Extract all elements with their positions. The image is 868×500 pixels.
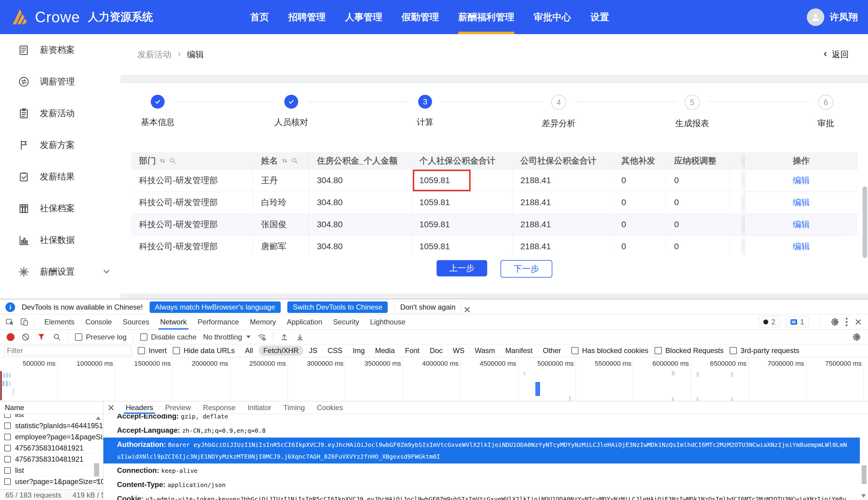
scroll-down-arrow[interactable] bbox=[96, 479, 101, 482]
detail-scrollbar-thumb[interactable] bbox=[862, 465, 867, 484]
switch-chinese-button[interactable]: Switch DevTools to Chinese bbox=[287, 302, 388, 313]
tab-console[interactable]: Console bbox=[80, 315, 117, 330]
sidebar-item-salary-archive[interactable]: 薪资档案 bbox=[0, 34, 121, 66]
nav-item-recruit[interactable]: 招聘管理 bbox=[288, 0, 326, 34]
filter-funnel-icon[interactable] bbox=[37, 332, 46, 342]
record-icon[interactable] bbox=[7, 333, 14, 341]
tab-performance[interactable]: Performance bbox=[192, 315, 244, 330]
request-row[interactable]: list bbox=[0, 465, 103, 476]
hide-data-urls-checkbox[interactable]: Hide data URLs bbox=[173, 346, 235, 355]
tab-cookies[interactable]: Cookies bbox=[311, 401, 349, 414]
header-row[interactable]: Accept-Language: zh-CN,zh;q=0.9,en;q=0.8 bbox=[103, 423, 860, 438]
tab-preview[interactable]: Preview bbox=[159, 401, 197, 414]
chip-all[interactable]: All bbox=[241, 345, 257, 356]
sidebar-item-payroll-plan[interactable]: 发薪方案 bbox=[0, 129, 121, 161]
sort-icon[interactable] bbox=[159, 157, 166, 164]
edit-link[interactable]: 编辑 bbox=[793, 197, 810, 208]
table-row[interactable]: 科技公司-研发管理部 王丹 304.80 1059.81 2188.41 0 0… bbox=[131, 170, 858, 192]
request-checkbox[interactable] bbox=[4, 422, 11, 429]
network-settings-gear-icon[interactable] bbox=[852, 332, 868, 342]
step-person-check[interactable]: 人员核对 bbox=[258, 95, 325, 128]
sort-icon[interactable] bbox=[281, 157, 288, 164]
chip-font[interactable]: Font bbox=[401, 345, 424, 356]
devtools-settings-gear-icon[interactable] bbox=[831, 317, 840, 327]
user-menu[interactable]: 许凤翔 bbox=[807, 9, 868, 26]
step-basic-info[interactable]: 基本信息 bbox=[125, 95, 191, 128]
tab-initiator[interactable]: Initiator bbox=[242, 401, 277, 414]
tab-memory[interactable]: Memory bbox=[245, 315, 282, 330]
sidebar-item-salary-adjust[interactable]: 调薪管理 bbox=[0, 66, 121, 98]
search-icon[interactable] bbox=[291, 157, 298, 164]
requests-scrollbar-thumb[interactable] bbox=[94, 463, 99, 476]
request-checkbox[interactable] bbox=[4, 445, 11, 452]
request-checkbox[interactable] bbox=[4, 434, 11, 440]
match-language-button[interactable]: Always match HwBrowser's language bbox=[150, 302, 281, 313]
nav-item-payroll[interactable]: 薪酬福利管理 bbox=[458, 0, 514, 34]
edit-link[interactable]: 编辑 bbox=[793, 241, 810, 252]
sidebar-item-payroll-activity[interactable]: 发薪活动 bbox=[0, 98, 121, 129]
chip-fetch-xhr[interactable]: Fetch/XHR bbox=[259, 345, 303, 356]
detail-scroll-down-arrow[interactable] bbox=[861, 494, 866, 498]
request-row[interactable]: employee?page=1&pageSiz bbox=[0, 432, 103, 443]
chip-css[interactable]: CSS bbox=[324, 345, 347, 356]
request-row[interactable]: statistic?planIds=464419518 bbox=[0, 420, 103, 432]
errors-badge[interactable]: 2 bbox=[759, 316, 780, 328]
search-icon[interactable] bbox=[169, 157, 176, 164]
request-row[interactable]: list bbox=[0, 414, 103, 420]
page-scrollbar-thumb[interactable] bbox=[863, 186, 867, 258]
table-row[interactable]: 科技公司-研发管理部 唐郦军 304.80 1059.81 2188.41 0 … bbox=[131, 236, 858, 255]
sidebar-item-salary-settings[interactable]: 薪酬设置 bbox=[0, 256, 121, 287]
header-row[interactable]: Connection: keep-alive bbox=[103, 464, 860, 478]
sidebar-item-social-data[interactable]: 社保数据 bbox=[0, 224, 121, 256]
nav-item-approval[interactable]: 审批中心 bbox=[533, 0, 571, 34]
request-checkbox[interactable] bbox=[4, 467, 11, 474]
network-conditions-icon[interactable] bbox=[257, 332, 266, 342]
chip-ws[interactable]: WS bbox=[449, 345, 469, 356]
table-row[interactable]: 科技公司-研发管理部 张国俊 304.80 1059.81 2188.41 0 … bbox=[131, 214, 858, 236]
header-row[interactable]: Cookie: v3-admin-vite-token-key=eyJhbGci… bbox=[103, 492, 860, 500]
request-row[interactable]: user?page=1&pageSize=10. bbox=[0, 476, 103, 487]
throttling-select[interactable]: No throttling bbox=[203, 333, 250, 341]
chip-doc[interactable]: Doc bbox=[425, 345, 447, 356]
chip-other[interactable]: Other bbox=[538, 345, 565, 356]
request-checkbox[interactable] bbox=[4, 456, 11, 463]
export-har-icon[interactable] bbox=[295, 332, 305, 342]
device-toolbar-icon[interactable] bbox=[20, 317, 29, 327]
nav-item-attendance[interactable]: 假勤管理 bbox=[402, 0, 439, 34]
chip-media[interactable]: Media bbox=[371, 345, 399, 356]
invert-checkbox[interactable]: Invert bbox=[138, 346, 167, 355]
chip-manifest[interactable]: Manifest bbox=[501, 345, 537, 356]
step-approval[interactable]: 6 审批 bbox=[793, 95, 859, 129]
step-report[interactable]: 5 生成报表 bbox=[659, 95, 725, 129]
header-row[interactable]: Accept-Encoding: gzip, deflate bbox=[103, 414, 860, 423]
edit-link[interactable]: 编辑 bbox=[793, 175, 810, 186]
tab-response[interactable]: Response bbox=[197, 401, 242, 414]
request-row[interactable]: 47567358310481921 bbox=[0, 454, 103, 465]
table-row[interactable]: 科技公司-研发管理部 白玲玲 304.80 1059.81 2188.41 0 … bbox=[131, 192, 858, 214]
prev-step-button[interactable]: 上一步 bbox=[436, 260, 487, 276]
nav-item-hr[interactable]: 人事管理 bbox=[345, 0, 382, 34]
network-search-icon[interactable] bbox=[52, 332, 61, 342]
nav-item-home[interactable]: 首页 bbox=[250, 0, 269, 34]
requests-name-header[interactable]: Name bbox=[0, 401, 103, 414]
tab-elements[interactable]: Elements bbox=[39, 315, 80, 330]
back-button[interactable]: 返回 bbox=[822, 49, 868, 60]
preserve-log-checkbox[interactable]: Preserve log bbox=[75, 333, 127, 341]
dont-show-again-button[interactable]: Don't show again bbox=[394, 301, 461, 313]
inspect-icon[interactable] bbox=[5, 317, 14, 327]
scroll-up-arrow[interactable] bbox=[96, 417, 101, 420]
devtools-close-icon[interactable] bbox=[854, 318, 862, 326]
more-options-icon[interactable] bbox=[846, 318, 848, 326]
blocked-requests-checkbox[interactable]: Blocked Requests bbox=[655, 346, 724, 355]
notice-close-icon[interactable] bbox=[463, 306, 471, 314]
chip-img[interactable]: Img bbox=[349, 345, 369, 356]
tab-lighthouse[interactable]: Lighthouse bbox=[364, 315, 411, 330]
tab-sources[interactable]: Sources bbox=[117, 315, 155, 330]
clear-icon[interactable] bbox=[21, 332, 30, 342]
network-overview-timeline[interactable]: 500000 ms 1000000 ms 1500000 ms 2000000 … bbox=[0, 357, 868, 401]
filter-input[interactable] bbox=[4, 346, 132, 355]
disable-cache-checkbox[interactable]: Disable cache bbox=[140, 333, 197, 341]
issues-badge[interactable]: 1 bbox=[786, 316, 809, 328]
tab-network[interactable]: Network bbox=[155, 315, 192, 330]
header-row-selected[interactable]: Authorization: Bearer eyJhbGciOiJIUzI1Ni… bbox=[103, 438, 860, 464]
